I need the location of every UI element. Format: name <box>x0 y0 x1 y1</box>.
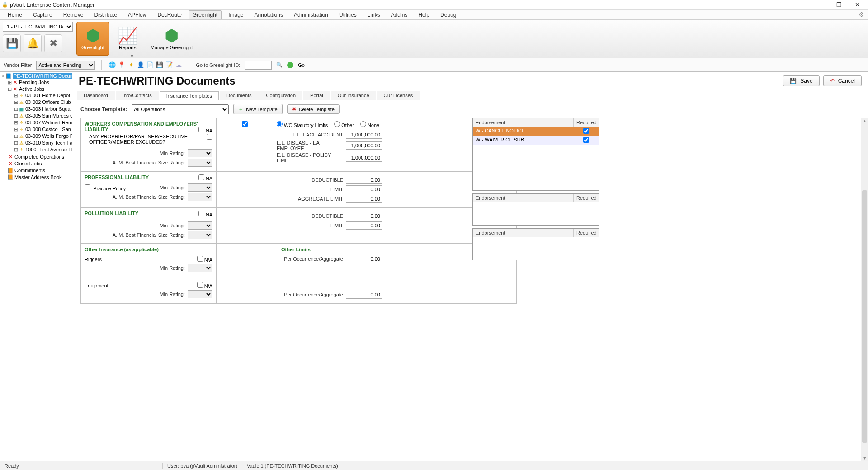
template-select[interactable]: All Operations <box>132 104 229 114</box>
close-button[interactable]: ✕ <box>848 0 866 10</box>
menu-utilities[interactable]: Utilities <box>335 10 361 19</box>
vertical-scrollbar[interactable]: ▴ ▾ <box>861 118 868 461</box>
endor-col-name[interactable]: Endorsement <box>473 118 574 127</box>
vendor-filter-select[interactable]: Active and Pending <box>36 61 95 70</box>
delete-icon-button[interactable]: ✖ <box>44 34 62 52</box>
wc-excluded-checkbox[interactable] <box>207 134 212 140</box>
tree-pending[interactable]: Pending Jobs <box>19 80 49 85</box>
tab-insurance-templates[interactable]: Insurance Templates <box>160 91 219 100</box>
tree-job[interactable]: 03-010 Sony Tech Fab <box>25 140 72 146</box>
prof-ambest-select[interactable] <box>188 193 212 201</box>
menu-capture[interactable]: Capture <box>29 10 57 19</box>
tree-job[interactable]: 03-007 Walmart Remo <box>25 120 72 125</box>
gear-icon[interactable]: ⚙ <box>859 11 864 18</box>
equip-na-checkbox[interactable] <box>197 282 203 288</box>
prof-minrating-select[interactable] <box>188 183 212 192</box>
endor-req-checkbox[interactable] <box>583 128 589 134</box>
menu-docroute[interactable]: DocRoute <box>153 10 185 19</box>
menu-distribute[interactable]: Distribute <box>90 10 121 19</box>
wc-na-checkbox[interactable] <box>198 127 204 132</box>
pol-ambest-select[interactable] <box>188 231 212 239</box>
prof-na-checkbox[interactable] <box>198 174 204 180</box>
tab-info[interactable]: Info/Contacts <box>116 91 159 100</box>
tree-root[interactable]: PE-TECHWRITING Documents <box>13 73 72 79</box>
new-template-button[interactable]: ＋New Template <box>233 104 283 114</box>
tree-job[interactable]: 1000- First Avenue Hi <box>25 147 72 152</box>
menu-annotations[interactable]: Annotations <box>250 10 287 19</box>
endor-row[interactable]: W - WAIVER OF SUB <box>473 136 599 145</box>
tree-job[interactable]: 03-002 Officers Club - <box>25 99 72 105</box>
star-icon[interactable]: ✦ <box>127 61 135 69</box>
wc-ambest-select[interactable] <box>188 159 212 167</box>
menu-administration[interactable]: Administration <box>290 10 332 19</box>
ribbon-greenlight-button[interactable]: ⬢ Greenlight <box>76 22 109 56</box>
menu-debug[interactable]: Debug <box>436 10 460 19</box>
cancel-button[interactable]: ↶Cancel <box>823 75 862 86</box>
edit-icon[interactable]: 📝 <box>165 61 173 69</box>
floppy-small-icon[interactable]: 💾 <box>156 61 164 69</box>
pol-limit-input[interactable] <box>346 221 382 230</box>
prof-deductible-input[interactable] <box>346 176 382 184</box>
vault-selector[interactable]: 1 - PE-TECHWRITING Documer <box>3 22 73 32</box>
pol-minrating-select[interactable] <box>188 221 212 230</box>
menu-help[interactable]: Help <box>414 10 434 19</box>
save-button[interactable]: 💾Save <box>783 75 819 86</box>
pol-deductible-input[interactable] <box>346 212 382 220</box>
go-button[interactable]: Go <box>298 62 305 68</box>
riggers-na-checkbox[interactable] <box>197 256 203 262</box>
equip-poa-input[interactable] <box>346 291 382 299</box>
maximize-button[interactable]: ❐ <box>830 0 848 10</box>
riggers-poa-input[interactable] <box>346 255 382 263</box>
person-icon[interactable]: 👤 <box>137 61 145 69</box>
wc-radio-none[interactable]: None <box>360 121 379 128</box>
cloud-icon[interactable]: ☁ <box>175 61 183 69</box>
tab-configuration[interactable]: Configuration <box>259 91 302 100</box>
prof-practice-checkbox[interactable]: Practice Policy <box>85 184 126 191</box>
menu-greenlight[interactable]: Greenlight <box>189 10 222 19</box>
menu-apflow[interactable]: APFlow <box>124 10 151 19</box>
wc-enable-checkbox[interactable] <box>242 121 248 127</box>
save-icon-button[interactable]: 💾 <box>3 34 21 52</box>
scroll-down-icon[interactable]: ▾ <box>861 455 868 461</box>
menu-links[interactable]: Links <box>363 10 384 19</box>
prof-agg-input[interactable] <box>346 195 382 203</box>
prof-limit-input[interactable] <box>346 185 382 193</box>
menu-image[interactable]: Image <box>224 10 247 19</box>
tab-dashboard[interactable]: Dashboard <box>77 91 115 100</box>
tree-job[interactable]: 03-009 Wells Fargo Re <box>25 133 72 139</box>
tree-active[interactable]: Active Jobs <box>19 86 44 92</box>
tree-job[interactable]: 03-003 Harbor Square <box>25 106 72 112</box>
greenlight-id-input[interactable] <box>245 61 272 70</box>
tree-job[interactable]: 03-005 San Marcos Cit <box>25 113 72 118</box>
tree-commitments[interactable]: Commitments <box>14 168 45 173</box>
pol-na-checkbox[interactable] <box>198 211 204 216</box>
delete-template-button[interactable]: ✖Delete Template <box>287 104 340 114</box>
menu-home[interactable]: Home <box>4 10 26 19</box>
nav-tree[interactable]: ▫📘PE-TECHWRITING Documents ⊞✕Pending Job… <box>0 72 72 461</box>
search-icon[interactable]: 🔍 <box>276 62 283 68</box>
tree-closed[interactable]: Closed Jobs <box>14 161 42 166</box>
riggers-minrating-select[interactable] <box>188 264 212 272</box>
endor-req-checkbox[interactable] <box>583 137 589 143</box>
pin-icon[interactable]: 📍 <box>118 61 126 69</box>
tab-our-insurance[interactable]: Our Insurance <box>331 91 376 100</box>
tab-our-licenses[interactable]: Our Licenses <box>377 91 420 100</box>
globe-icon[interactable]: 🌐 <box>108 61 116 69</box>
tab-portal[interactable]: Portal <box>303 91 330 100</box>
tree-job[interactable]: 03-008 Costco - San M <box>25 127 72 132</box>
scroll-thumb[interactable] <box>862 190 867 443</box>
wc-each-accident-input[interactable] <box>346 131 382 139</box>
wc-minrating-select[interactable] <box>188 149 212 157</box>
doc-icon[interactable]: 📄 <box>146 61 154 69</box>
minimize-button[interactable]: — <box>812 0 830 10</box>
scroll-up-icon[interactable]: ▴ <box>861 118 868 124</box>
endor-row[interactable]: W - CANCEL NOTICE <box>473 127 599 136</box>
tab-documents[interactable]: Documents <box>220 91 259 100</box>
wc-radio-other[interactable]: Other <box>334 121 354 128</box>
menu-addins[interactable]: Addins <box>387 10 412 19</box>
ribbon-manage-button[interactable]: ⬢ Manage Greenlight <box>146 22 198 56</box>
tree-completed[interactable]: Completed Operations <box>14 154 64 160</box>
bell-icon-button[interactable]: 🔔 <box>24 34 42 52</box>
equip-minrating-select[interactable] <box>188 290 212 298</box>
endor-col-required[interactable]: Required <box>574 118 599 127</box>
